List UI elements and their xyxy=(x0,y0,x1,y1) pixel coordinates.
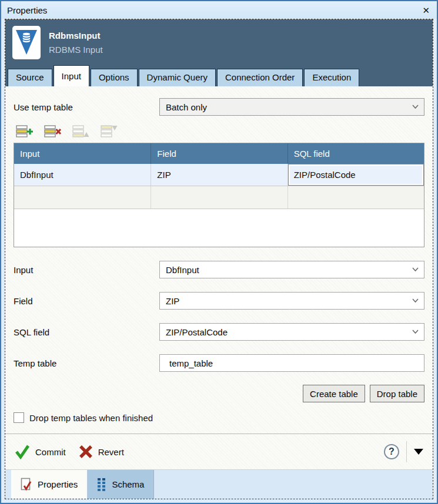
commit-bar-right: ? xyxy=(384,441,423,462)
rdbms-input-icon xyxy=(12,26,41,59)
drop-temp-tables-checkbox[interactable] xyxy=(14,412,24,423)
title-bar: Properties ✕ xyxy=(1,1,437,19)
grid-cell-sql-field[interactable]: ZIP/PostalCode xyxy=(287,164,424,186)
revert-button[interactable]: Revert xyxy=(79,445,124,459)
bottom-tab-properties-label: Properties xyxy=(38,479,78,489)
grid-empty-cell[interactable] xyxy=(287,186,424,209)
bottom-tab-properties[interactable]: Properties xyxy=(11,470,88,499)
input-dropdown-value: DbfInput xyxy=(166,265,199,275)
component-type: RDBMS Input xyxy=(49,45,103,55)
move-row-down-button[interactable] xyxy=(98,123,119,140)
commit-check-icon xyxy=(15,444,30,459)
vertical-separator xyxy=(406,441,407,462)
chevron-down-icon xyxy=(412,105,419,109)
tab-connection-order[interactable]: Connection Order xyxy=(217,69,303,86)
component-name: RdbmsInput xyxy=(49,31,103,41)
move-row-down-icon xyxy=(100,125,118,139)
use-temp-table-value: Batch only xyxy=(166,102,207,112)
grid-empty-cell[interactable] xyxy=(14,186,151,209)
tab-strip: Source Input Options Dynamic Query Conne… xyxy=(5,65,433,86)
add-row-button[interactable] xyxy=(14,123,35,140)
field-dropdown[interactable]: ZIP xyxy=(159,292,424,310)
bottom-tab-schema[interactable]: Schema xyxy=(88,470,154,499)
grid-header-field[interactable]: Field xyxy=(151,143,287,164)
revert-x-icon xyxy=(79,445,93,459)
move-row-up-icon xyxy=(72,125,89,139)
component-titles: RdbmsInput RDBMS Input xyxy=(49,31,103,55)
dropdown-caret-icon[interactable] xyxy=(414,449,423,455)
properties-panel: RdbmsInput RDBMS Input Source Input Opti… xyxy=(5,19,433,499)
commit-button[interactable]: Commit xyxy=(15,444,66,459)
grid-filler-area xyxy=(14,209,424,247)
drop-temp-tables-label: Drop temp tables when finished xyxy=(29,413,153,423)
delete-row-icon xyxy=(44,125,61,139)
input-dropdown[interactable]: DbfInput xyxy=(159,261,424,278)
create-table-button[interactable]: Create table xyxy=(303,385,365,402)
grid-header-input[interactable]: Input xyxy=(14,143,151,164)
properties-check-icon xyxy=(21,478,32,492)
grid-header-sql-field[interactable]: SQL field xyxy=(287,143,424,164)
grid-empty-cell[interactable] xyxy=(151,186,287,209)
component-header: RdbmsInput RDBMS Input xyxy=(5,19,433,65)
sql-field-dropdown[interactable]: ZIP/PostalCode xyxy=(159,323,424,341)
table-buttons: Create table Drop table xyxy=(14,385,424,402)
use-temp-table-dropdown[interactable]: Batch only xyxy=(159,98,424,116)
field-dropdown-value: ZIP xyxy=(166,296,179,306)
sql-field-label: SQL field xyxy=(14,327,159,337)
window-title: Properties xyxy=(7,5,47,15)
chevron-down-icon xyxy=(412,330,419,334)
delete-row-button[interactable] xyxy=(42,123,63,140)
input-tab-content: Use temp table Batch only xyxy=(5,86,433,434)
commit-bar: Commit Revert ? xyxy=(5,434,433,469)
chevron-down-icon xyxy=(412,267,419,272)
grid-empty-row[interactable] xyxy=(14,186,424,209)
properties-window: Properties ✕ RdbmsInput RDBMS Input xyxy=(0,0,438,504)
chevron-down-icon xyxy=(412,298,419,303)
input-label: Input xyxy=(14,265,159,275)
schema-grid-icon xyxy=(97,478,106,492)
commit-label: Commit xyxy=(35,447,66,457)
revert-label: Revert xyxy=(98,447,124,457)
bottom-tab-schema-label: Schema xyxy=(112,479,144,489)
grid-cell-field[interactable]: ZIP xyxy=(151,164,287,186)
add-row-icon xyxy=(15,125,33,139)
field-mapping-grid: Input Field SQL field DbfInput ZIP ZIP/P… xyxy=(14,143,424,247)
tab-source[interactable]: Source xyxy=(8,69,52,86)
tab-dynamic-query[interactable]: Dynamic Query xyxy=(139,69,216,86)
grid-header-row: Input Field SQL field xyxy=(14,143,424,164)
grid-data-row[interactable]: DbfInput ZIP ZIP/PostalCode xyxy=(14,164,424,186)
temp-table-value: temp_table xyxy=(169,358,213,368)
temp-table-input[interactable]: temp_table xyxy=(159,354,424,372)
bottom-tab-strip: Properties Schema xyxy=(5,469,433,499)
use-temp-table-label: Use temp table xyxy=(14,102,159,112)
close-icon[interactable]: ✕ xyxy=(422,6,430,15)
drop-table-button[interactable]: Drop table xyxy=(370,385,424,402)
move-row-up-button[interactable] xyxy=(70,123,91,140)
funnel-database-icon xyxy=(15,28,38,56)
field-label: Field xyxy=(14,296,159,306)
grid-cell-input[interactable]: DbfInput xyxy=(14,164,151,186)
temp-table-label: Temp table xyxy=(14,358,159,368)
help-icon[interactable]: ? xyxy=(384,444,399,459)
tab-input[interactable]: Input xyxy=(54,65,89,86)
sql-field-dropdown-value: ZIP/PostalCode xyxy=(166,327,228,337)
tab-options[interactable]: Options xyxy=(91,69,138,86)
grid-toolbar xyxy=(14,123,424,140)
tab-execution[interactable]: Execution xyxy=(304,69,359,86)
drop-temp-tables-row: Drop temp tables when finished xyxy=(14,412,424,423)
